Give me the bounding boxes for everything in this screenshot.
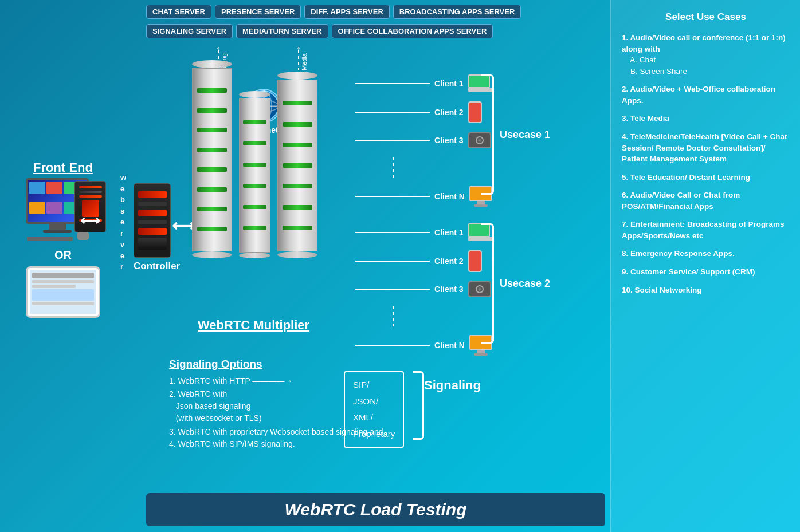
presence-server-badge: PRESENCE SERVER (215, 5, 301, 19)
webrtc-multiplier-label: WebRTC Multiplier (198, 318, 309, 333)
uc2-client3-label: Client 3 (434, 285, 464, 294)
desktop-computer (20, 178, 106, 241)
broadcasting-server-badge: BROADCASTING APPS SERVER (393, 5, 521, 19)
client-row: Client 2 (355, 250, 494, 272)
frontend-label: Front End (33, 160, 93, 175)
usecase2-section: Client 1 Client 2 Client 3 Client N (355, 223, 494, 358)
client-row: Client 1 (355, 74, 494, 92)
controller-label: Controller (134, 261, 180, 272)
client-row: Client 3 (355, 281, 494, 297)
use-case-9[interactable]: 9. Customer Service/ Support (CRM) (622, 266, 790, 278)
cylinder-2 (239, 91, 270, 258)
frontend-arrow: ⟷ (80, 213, 100, 229)
media-turn-server-badge: MEDIA/TURN SERVER (236, 24, 328, 38)
server-row-1: CHAT SERVER PRESENCE SERVER DIFF. APPS S… (146, 5, 521, 19)
signaling-options-title: Signaling Options (169, 358, 383, 371)
use-case-10[interactable]: 10. Social Networking (622, 285, 790, 296)
client-row: Client 3 (355, 132, 494, 148)
client2-label: Client 2 (434, 108, 464, 117)
signaling-server-badge: SIGNALING SERVER (146, 24, 233, 38)
phone-icon (468, 101, 482, 123)
webserver-label: webserver (120, 172, 126, 273)
tablet-device (26, 266, 100, 318)
signaling-bracket (413, 371, 424, 440)
server-row-2: SIGNALING SERVER MEDIA/TURN SERVER OFFIC… (146, 24, 493, 38)
client3-label: Client 3 (434, 136, 464, 145)
sip-box: SIP/JSON/XML/Proprietary (344, 371, 404, 448)
use-case-8[interactable]: 8. Emergency Response Apps. (622, 248, 790, 259)
signaling-label: Signaling (424, 378, 481, 393)
client-row: Client 1 (355, 223, 494, 241)
use-case-4[interactable]: 4. TeleMedicine/TeleHealth [Video Call +… (622, 131, 790, 165)
client-row: Client 2 (355, 101, 494, 123)
uc2-clientn-label: Client N (434, 341, 465, 350)
cylinder-1 (192, 60, 232, 258)
clientn-label: Client N (434, 192, 465, 201)
usecase1-label: Usecase 1 (500, 129, 550, 141)
or-label: OR (54, 249, 72, 262)
uc2-client1-label: Client 1 (434, 228, 464, 237)
frontend-section: Front End (0, 0, 126, 532)
bottom-title-bar: WebRTC Load Testing (146, 493, 605, 526)
client-dashed-line (393, 157, 394, 180)
usecase2-label: Usecase 2 (500, 278, 550, 290)
use-case-2[interactable]: 2. Audio/Video + Web-Office collaboratio… (622, 84, 790, 106)
bottom-title-text: WebRTC Load Testing (285, 500, 467, 519)
client1-label: Client 1 (434, 79, 464, 88)
client-row: Client N (355, 186, 494, 207)
use-case-3[interactable]: 3. Tele Media (622, 113, 790, 124)
right-panel: Select Use Cases 1. Audio/Video call or … (611, 0, 800, 532)
usecase1-bracket: Usecase 1 (481, 74, 550, 195)
uc2-phone-icon (468, 250, 482, 272)
uc2-dashed-line (393, 306, 394, 329)
controller-to-server-arrow: ⟷ (172, 216, 195, 235)
use-case-1[interactable]: 1. Audio/Video call or conference (1:1 o… (622, 32, 790, 77)
use-case-5[interactable]: 5. Tele Education/ Distant Learning (622, 172, 790, 183)
usecase2-bracket: Usecase 2 (481, 223, 550, 344)
controller-tower (134, 183, 171, 258)
cylinder-3 (277, 72, 317, 258)
client-row: Client N (355, 335, 494, 356)
use-case-6[interactable]: 6. Audio/Video Call or Chat from POS/ATM… (622, 190, 790, 212)
chat-server-badge: CHAT SERVER (146, 5, 211, 19)
uc2-client2-label: Client 2 (434, 257, 464, 266)
office-collab-server-badge: OFFICE COLLABORATION APPS SERVER (332, 24, 493, 38)
server-cylinders (192, 60, 317, 258)
use-case-7[interactable]: 7. Entertainment: Broadcasting of Progra… (622, 219, 790, 241)
select-use-cases-title: Select Use Cases (622, 11, 790, 23)
diff-apps-server-badge: DIFF. APPS SERVER (304, 5, 389, 19)
usecase1-section: Client 1 Client 2 Client 3 Client N (355, 74, 494, 210)
